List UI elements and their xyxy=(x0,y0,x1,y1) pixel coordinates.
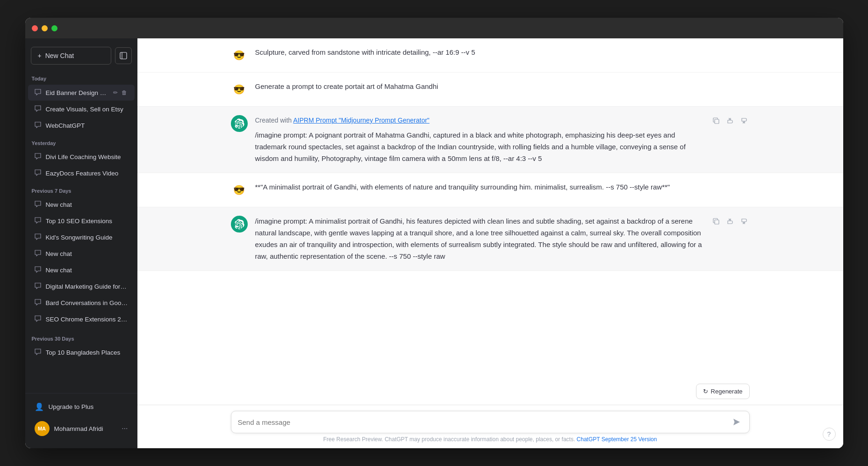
item-actions: ✏ 🗑 xyxy=(112,88,128,97)
sidebar-item-label: New chat xyxy=(46,250,72,257)
fullscreen-button[interactable] xyxy=(51,25,57,31)
section-yesterday: Yesterday xyxy=(25,134,137,149)
user-avatar-msg: 😎 xyxy=(231,81,248,98)
message-content: **"A minimalist portrait of Gandhi, with… xyxy=(255,182,750,193)
ai-avatar-msg xyxy=(231,216,248,233)
chat-bubble-icon xyxy=(35,266,41,274)
chat-bubble-icon xyxy=(35,105,41,113)
section-previous-7: Previous 7 Days xyxy=(25,182,137,197)
delete-button[interactable]: 🗑 xyxy=(121,88,128,97)
minimize-button[interactable] xyxy=(42,25,48,31)
sidebar-item-digital-marketing[interactable]: Digital Marketing Guide for St... xyxy=(28,279,135,294)
user-menu-button[interactable]: ··· xyxy=(122,424,128,433)
sidebar-item-create-visuals[interactable]: Create Visuals, Sell on Etsy xyxy=(28,102,135,117)
copy-button[interactable] xyxy=(710,216,722,228)
message-actions xyxy=(710,216,750,228)
user-profile-item[interactable]: MA Mohammad Afridi ··· xyxy=(28,416,135,441)
app-window: + New Chat Today Eid Banner Design Pr... xyxy=(25,18,843,448)
aiprm-link[interactable]: AIPRM Prompt "Midjourney Prompt Generato… xyxy=(293,116,430,124)
sidebar-toggle-button[interactable] xyxy=(115,47,132,64)
thumbsup-button[interactable] xyxy=(725,216,736,228)
sidebar-item-label: WebChatGPT xyxy=(46,122,85,129)
edit-button[interactable]: ✏ xyxy=(112,88,119,97)
chat-bubble-icon xyxy=(35,89,41,97)
chat-bubble-icon xyxy=(35,153,41,161)
chat-bubble-icon xyxy=(35,283,41,291)
sidebar-item-eid-banner[interactable]: Eid Banner Design Pr... ✏ 🗑 xyxy=(28,85,135,101)
sidebar-item-top10-bangladesh[interactable]: Top 10 Bangladesh Places xyxy=(28,345,135,360)
message-content: /imagine prompt: A minimalist portrait o… xyxy=(255,216,703,262)
sidebar-item-new-chat-3[interactable]: New chat xyxy=(28,262,135,278)
sidebar-item-new-chat-1[interactable]: New chat xyxy=(28,197,135,212)
sidebar-item-label: Eid Banner Design Pr... xyxy=(46,89,108,96)
sidebar-item-divi-life[interactable]: Divi Life Coaching Website xyxy=(28,149,135,165)
svg-rect-2 xyxy=(715,119,719,124)
new-chat-button[interactable]: + New Chat xyxy=(31,47,111,65)
chat-scroll[interactable]: 😎 Sculpture, carved from sandstone with … xyxy=(137,38,843,378)
sidebar-item-eazydocs[interactable]: EazyDocs Features Video xyxy=(28,166,135,181)
chat-bubble-icon xyxy=(35,201,41,209)
app-body: + New Chat Today Eid Banner Design Pr... xyxy=(25,38,843,448)
sidebar-bottom: 👤 Upgrade to Plus MA Mohammad Afridi ··· xyxy=(25,393,137,444)
sidebar-item-top10seo[interactable]: Top 10 SEO Extensions xyxy=(28,213,135,229)
chat-bubble-icon xyxy=(35,217,41,225)
upgrade-label: Upgrade to Plus xyxy=(49,403,94,410)
regenerate-button[interactable]: ↻ Regenerate xyxy=(696,384,750,399)
user-avatar: MA xyxy=(35,421,50,436)
plus-icon: + xyxy=(38,52,42,59)
layout-icon xyxy=(120,52,127,59)
chat-input[interactable] xyxy=(238,418,731,426)
sidebar-item-seo-chrome[interactable]: SEO Chrome Extensions 202... xyxy=(28,312,135,327)
thumbsup-button[interactable] xyxy=(725,115,736,128)
footer-text: Free Research Preview. ChatGPT may produ… xyxy=(231,433,750,444)
message-row: 😎 **"A minimalist portrait of Gandhi, wi… xyxy=(137,173,843,207)
thumbsdown-button[interactable] xyxy=(739,216,750,228)
titlebar xyxy=(25,18,843,38)
main-container: 😎 Sculpture, carved from sandstone with … xyxy=(137,38,843,448)
sidebar-item-kids-songwriting[interactable]: Kid's Songwriting Guide xyxy=(28,230,135,245)
message-row: 😎 Generate a prompt to create portait ar… xyxy=(137,73,843,107)
ai-avatar-msg xyxy=(231,115,248,132)
close-button[interactable] xyxy=(32,25,38,31)
sidebar-item-label: Divi Life Coaching Website xyxy=(46,153,121,160)
new-chat-label: New Chat xyxy=(45,52,74,59)
upgrade-icon: 👤 xyxy=(35,402,44,411)
regenerate-label: Regenerate xyxy=(711,388,743,395)
thumbsdown-button[interactable] xyxy=(739,115,750,128)
regenerate-icon: ↻ xyxy=(703,388,708,395)
user-name: Mohammad Afridi xyxy=(54,425,103,432)
section-previous-30: Previous 30 Days xyxy=(25,329,137,344)
regenerate-row: ↻ Regenerate xyxy=(137,378,843,405)
upgrade-to-plus-item[interactable]: 👤 Upgrade to Plus xyxy=(28,398,135,416)
main-chat-area: 😎 Sculpture, carved from sandstone with … xyxy=(137,38,843,448)
sidebar: + New Chat Today Eid Banner Design Pr... xyxy=(25,38,137,448)
sidebar-item-label: Top 10 SEO Extensions xyxy=(46,218,113,225)
sidebar-item-webchatgpt[interactable]: WebChatGPT xyxy=(28,118,135,133)
message-content: Sculpture, carved from sandstone with in… xyxy=(255,47,750,58)
sidebar-item-bard-conversations[interactable]: Bard Conversations in Google... xyxy=(28,295,135,311)
user-avatar-initials: MA xyxy=(38,426,46,431)
message-content: Created with AIPRM Prompt "Midjourney Pr… xyxy=(255,115,703,164)
input-wrapper xyxy=(231,411,750,433)
help-button[interactable]: ? xyxy=(823,428,836,441)
chat-bubble-icon xyxy=(35,315,41,323)
svg-rect-0 xyxy=(120,52,127,59)
sidebar-header: + New Chat xyxy=(25,42,137,69)
send-button[interactable] xyxy=(731,416,743,428)
sidebar-item-label: Create Visuals, Sell on Etsy xyxy=(46,106,123,113)
send-icon xyxy=(732,418,741,426)
chat-bubble-icon xyxy=(35,299,41,307)
message-row: 😎 Sculpture, carved from sandstone with … xyxy=(137,38,843,73)
copy-button[interactable] xyxy=(710,115,722,128)
chat-bubble-icon xyxy=(35,349,41,357)
chat-bubble-icon xyxy=(35,122,41,130)
sidebar-item-new-chat-2[interactable]: New chat xyxy=(28,246,135,262)
user-avatar-msg: 😎 xyxy=(231,47,248,64)
sidebar-item-label: Top 10 Bangladesh Places xyxy=(46,349,121,356)
sidebar-item-label: Bard Conversations in Google... xyxy=(46,299,128,306)
sidebar-item-label: Kid's Songwriting Guide xyxy=(46,234,113,241)
message-content: Generate a prompt to create portait art … xyxy=(255,81,750,93)
message-actions xyxy=(710,115,750,128)
footer-disclaimer: Free Research Preview. ChatGPT may produ… xyxy=(323,436,577,443)
chatgpt-version-link[interactable]: ChatGPT September 25 Version xyxy=(577,436,657,443)
